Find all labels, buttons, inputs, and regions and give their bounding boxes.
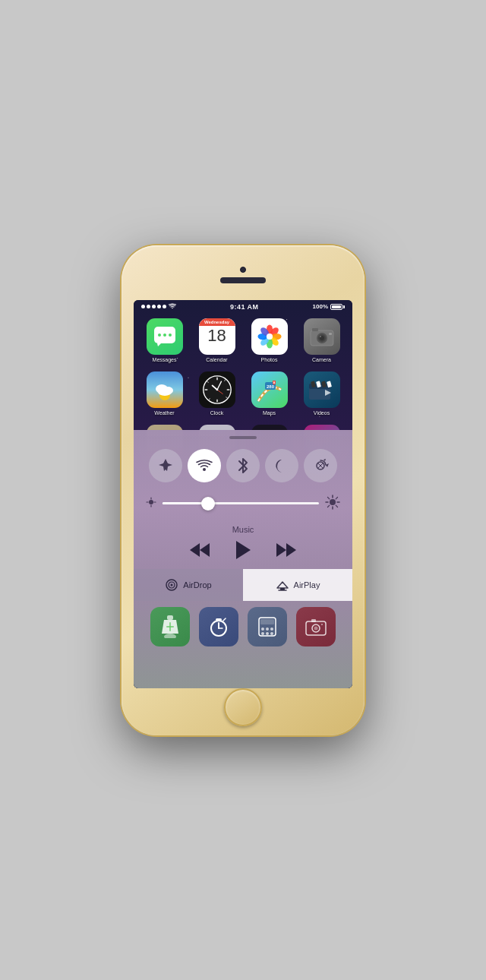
svg-point-71 xyxy=(149,500,153,504)
app-clock-icon xyxy=(199,371,235,408)
battery-icon xyxy=(330,304,345,310)
svg-marker-86 xyxy=(190,543,200,557)
brightness-thumb[interactable] xyxy=(201,497,215,511)
airplay-button[interactable]: AirPlay xyxy=(243,569,352,601)
brightness-slider-row xyxy=(134,488,352,519)
battery-percent-label: 100% xyxy=(313,303,328,310)
phone-screen: 9:41 AM 100% xyxy=(134,300,352,688)
phone-frame: 9:41 AM 100% xyxy=(122,245,364,735)
flashlight-shortcut[interactable] xyxy=(150,607,190,646)
svg-text:280: 280 xyxy=(266,384,274,389)
app-videos-label: Videos xyxy=(314,410,330,416)
svg-point-110 xyxy=(270,628,273,631)
app-videos-icon xyxy=(304,371,340,408)
svg-point-108 xyxy=(261,628,264,631)
app-maps[interactable]: 280 A Maps xyxy=(246,371,292,416)
app-camera[interactable]: Camera xyxy=(298,318,345,362)
signal-dot-4 xyxy=(157,305,161,308)
svg-line-81 xyxy=(328,497,330,498)
svg-point-92 xyxy=(171,583,173,586)
app-camera-icon xyxy=(304,318,340,355)
speaker-grille xyxy=(220,277,266,283)
share-row: AirDrop AirPlay xyxy=(134,569,352,601)
svg-line-105 xyxy=(223,618,226,621)
svg-point-3 xyxy=(163,334,166,337)
status-right: 100% xyxy=(313,303,345,310)
music-play-button[interactable] xyxy=(235,540,251,560)
music-controls xyxy=(146,540,340,560)
signal-dot-3 xyxy=(152,305,156,308)
svg-point-118 xyxy=(321,624,323,625)
airplay-label: AirPlay xyxy=(294,580,320,590)
app-photos[interactable]: Photos xyxy=(246,318,292,362)
airdrop-button[interactable]: AirDrop xyxy=(134,569,243,601)
svg-point-76 xyxy=(330,499,336,505)
front-camera xyxy=(240,267,246,273)
svg-line-82 xyxy=(336,505,337,507)
svg-point-20 xyxy=(320,336,321,337)
app-calendar-label: Calendar xyxy=(206,357,227,362)
svg-rect-115 xyxy=(311,619,316,622)
svg-point-2 xyxy=(158,334,161,337)
music-rewind-button[interactable] xyxy=(189,542,210,558)
svg-marker-85 xyxy=(200,543,210,557)
airdrop-label: AirDrop xyxy=(183,580,211,590)
svg-rect-104 xyxy=(216,618,222,621)
home-button[interactable] xyxy=(224,688,262,726)
app-photos-icon xyxy=(251,318,288,355)
battery-tip xyxy=(343,305,345,308)
control-center: Music xyxy=(134,430,352,688)
airplane-mode-toggle[interactable] xyxy=(149,449,182,482)
cc-handle[interactable] xyxy=(134,430,352,443)
status-left xyxy=(141,303,176,311)
wifi-toggle[interactable] xyxy=(188,449,221,482)
app-weather[interactable]: Weather xyxy=(141,371,188,416)
svg-point-4 xyxy=(169,334,172,337)
app-grid-row2: Weather xyxy=(134,367,352,420)
app-clock[interactable]: Clock xyxy=(194,371,240,416)
music-fastforward-button[interactable] xyxy=(276,542,297,558)
svg-point-109 xyxy=(266,628,269,631)
app-calendar[interactable]: Wednesday 18 Calendar xyxy=(194,318,240,362)
app-videos[interactable]: Videos xyxy=(298,371,345,416)
brightness-max-icon xyxy=(325,495,340,513)
svg-marker-1 xyxy=(157,343,161,346)
app-calendar-icon: Wednesday 18 xyxy=(199,318,235,355)
bluetooth-toggle[interactable] xyxy=(226,449,260,482)
svg-point-117 xyxy=(314,626,318,630)
svg-marker-89 xyxy=(286,543,296,557)
svg-point-13 xyxy=(266,333,272,339)
svg-rect-96 xyxy=(167,615,173,620)
music-label: Music xyxy=(146,525,340,534)
app-photos-label: Photos xyxy=(261,357,278,362)
calculator-shortcut[interactable] xyxy=(248,607,287,646)
app-weather-label: Weather xyxy=(154,410,174,416)
svg-text:A: A xyxy=(273,381,275,384)
signal-dot-1 xyxy=(141,305,145,308)
signal-dot-2 xyxy=(147,305,150,308)
brightness-min-icon xyxy=(146,497,156,510)
svg-point-39 xyxy=(216,388,218,390)
svg-marker-87 xyxy=(236,541,251,559)
battery-body xyxy=(330,304,342,310)
app-grid-row1: Messages Wednesday 18 Calendar xyxy=(134,314,352,367)
status-time: 9:41 AM xyxy=(230,303,259,311)
svg-point-26 xyxy=(158,388,172,396)
svg-rect-21 xyxy=(329,333,332,335)
timer-shortcut[interactable] xyxy=(199,607,238,646)
app-messages[interactable]: Messages xyxy=(141,318,188,362)
app-messages-icon xyxy=(147,318,183,355)
svg-point-111 xyxy=(261,632,264,635)
rotation-lock-toggle[interactable] xyxy=(304,449,337,482)
svg-point-68 xyxy=(203,468,206,471)
music-section: Music xyxy=(134,519,352,563)
dnd-toggle[interactable] xyxy=(265,449,298,482)
calendar-inner: Wednesday 18 xyxy=(199,318,235,355)
app-clock-label: Clock xyxy=(210,410,224,416)
svg-point-98 xyxy=(164,634,176,638)
signal-dot-5 xyxy=(163,305,166,308)
svg-marker-88 xyxy=(276,543,286,557)
app-weather-icon xyxy=(147,371,183,408)
camera-shortcut[interactable] xyxy=(296,607,336,646)
brightness-track[interactable] xyxy=(163,502,319,504)
